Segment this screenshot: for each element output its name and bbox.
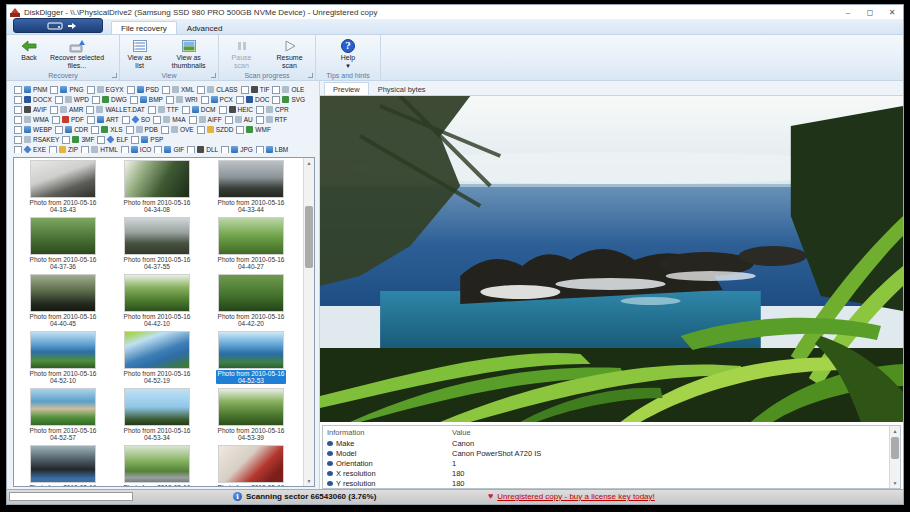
filetype-item[interactable]: PSD (127, 85, 159, 94)
filetype-checkbox[interactable] (148, 106, 156, 114)
filetype-checkbox[interactable] (14, 96, 22, 104)
filetype-item[interactable]: CDR (55, 125, 88, 134)
filetype-item[interactable]: CLASS (197, 85, 237, 94)
filetype-checkbox[interactable] (81, 146, 89, 154)
filetype-item[interactable]: SVG (272, 95, 305, 104)
thumbnail-item[interactable]: Photo from 2010-05-1604-52-57 (16, 388, 110, 445)
filetype-item[interactable]: LBM (256, 145, 288, 153)
filetype-checkbox[interactable] (225, 116, 233, 124)
filetype-item[interactable]: PDF (52, 115, 84, 124)
filetype-item[interactable]: WMA (14, 115, 49, 124)
filetype-item[interactable]: AIFF (189, 115, 222, 124)
close-button[interactable]: ✕ (881, 5, 903, 19)
thumbnail-image[interactable] (124, 160, 190, 198)
filetype-item[interactable]: RSAKEY (14, 135, 59, 144)
thumbnail-item[interactable]: Photo from 2010-05-1604-42-10 (110, 274, 204, 331)
thumbnail-item[interactable]: Photo from 2010-05-1604-53-34 (110, 388, 204, 445)
filetype-checkbox[interactable] (49, 146, 57, 154)
thumbnail-image[interactable] (218, 274, 284, 312)
filetype-item[interactable]: ART (87, 115, 119, 124)
tab-physical-bytes[interactable]: Physical bytes (369, 82, 435, 95)
filetype-item[interactable]: WEBP (14, 125, 52, 134)
filetype-checkbox[interactable] (241, 86, 249, 94)
filetype-checkbox[interactable] (92, 96, 100, 104)
thumbnail-image[interactable] (30, 331, 96, 369)
filetype-item[interactable]: HEIC (219, 105, 254, 114)
scroll-up-icon[interactable]: ▲ (304, 158, 314, 168)
filetype-checkbox[interactable] (127, 86, 135, 94)
thumbnail-image[interactable] (30, 274, 96, 312)
filetype-item[interactable]: BMP (130, 95, 163, 104)
scrollbar-thumb[interactable] (891, 437, 899, 459)
thumbnail-item[interactable]: Photo from 2010-05-1604-53-39 (204, 388, 298, 445)
back-button[interactable]: Back (17, 37, 41, 63)
filetype-checkbox[interactable] (256, 106, 264, 114)
filetype-checkbox[interactable] (130, 96, 138, 104)
filetype-checkbox[interactable] (272, 96, 280, 104)
filetype-item[interactable]: EGYX (87, 85, 124, 94)
filetype-checkbox[interactable] (122, 116, 130, 124)
filetype-checkbox[interactable] (87, 86, 95, 94)
tab-file-recovery[interactable]: File recovery (111, 21, 177, 34)
filetype-checkbox[interactable] (219, 106, 227, 114)
scroll-down-icon[interactable]: ▼ (890, 478, 900, 488)
thumbnail-list-scrollbar[interactable]: ▲ ▼ (303, 158, 314, 486)
dialog-launcher-icon[interactable] (308, 73, 313, 78)
filetype-item[interactable]: M4A (153, 115, 185, 124)
filetype-checkbox[interactable] (197, 86, 205, 94)
filetype-checkbox[interactable] (197, 126, 205, 134)
thumbnail-item[interactable]: Photo from 2010-05-1604-40-45 (16, 274, 110, 331)
filetype-item[interactable]: SZDD (197, 125, 234, 134)
minimize-button[interactable]: – (837, 5, 859, 19)
filetype-item[interactable]: JPG (221, 145, 253, 153)
filetype-item[interactable]: EXE (14, 145, 46, 153)
filetype-item[interactable]: AU (225, 115, 253, 124)
filetype-checkbox[interactable] (162, 86, 170, 94)
thumbnail-image[interactable] (218, 445, 284, 483)
filetype-checkbox[interactable] (55, 96, 63, 104)
filetype-item[interactable]: AMR (50, 105, 83, 114)
filetype-checkbox[interactable] (121, 146, 129, 154)
filetype-checkbox[interactable] (91, 126, 99, 134)
thumbnail-image[interactable] (30, 445, 96, 483)
thumbnail-item[interactable]: Photo from 2010-05-1604-33-44 (204, 160, 298, 217)
filetype-item[interactable]: PNM (14, 85, 47, 94)
filetype-checkbox[interactable] (126, 126, 134, 134)
filetype-item[interactable]: ELF (97, 135, 128, 144)
filetype-item[interactable]: XML (162, 85, 194, 94)
thumbnail-image[interactable] (124, 331, 190, 369)
filetype-checkbox[interactable] (153, 116, 161, 124)
filetype-item[interactable]: CPR (256, 105, 289, 114)
thumbnail-item[interactable]: Photo from 2010-05-1604-18-43 (16, 160, 110, 217)
thumbnail-image[interactable] (30, 217, 96, 255)
thumbnail-image[interactable] (218, 331, 284, 369)
filetype-checkbox[interactable] (161, 126, 169, 134)
filetype-checkbox[interactable] (221, 146, 229, 154)
filetype-item[interactable]: WPD (55, 95, 89, 104)
filetype-item[interactable]: DOCX (14, 95, 52, 104)
thumbnail-item[interactable]: Photo from 2010-05-16 (204, 445, 298, 487)
filetype-item[interactable]: GIF (154, 145, 184, 153)
thumbnail-image[interactable] (218, 160, 284, 198)
scroll-down-icon[interactable]: ▼ (304, 476, 314, 486)
filetype-checkbox[interactable] (131, 136, 139, 144)
filetype-item[interactable]: RTF (256, 115, 288, 124)
dialog-launcher-icon[interactable] (112, 73, 117, 78)
filetype-item[interactable]: PSP (131, 135, 163, 144)
filetype-item[interactable]: PNG (50, 85, 83, 94)
filetype-checkbox[interactable] (14, 146, 22, 154)
thumbnail-item[interactable]: Photo from 2010-05-1604-42-20 (204, 274, 298, 331)
filetype-item[interactable]: PDB (126, 125, 158, 134)
filetype-checkbox[interactable] (14, 116, 22, 124)
filetype-checkbox[interactable] (187, 146, 195, 154)
filetype-checkbox[interactable] (154, 146, 162, 154)
filetype-item[interactable]: TTF (148, 105, 179, 114)
thumbnail-image[interactable] (124, 274, 190, 312)
maximize-button[interactable]: ◻ (859, 5, 881, 19)
filetype-item[interactable]: 3MF (62, 135, 94, 144)
recover-selected-files-button[interactable]: Recover selected files... (45, 37, 109, 71)
thumbnail-image[interactable] (124, 388, 190, 426)
scrollbar-thumb[interactable] (305, 206, 313, 268)
resume-scan-button[interactable]: Resume scan (266, 37, 313, 71)
titlebar[interactable]: DiskDigger - \\.\PhysicalDrive2 (Samsung… (7, 5, 903, 19)
